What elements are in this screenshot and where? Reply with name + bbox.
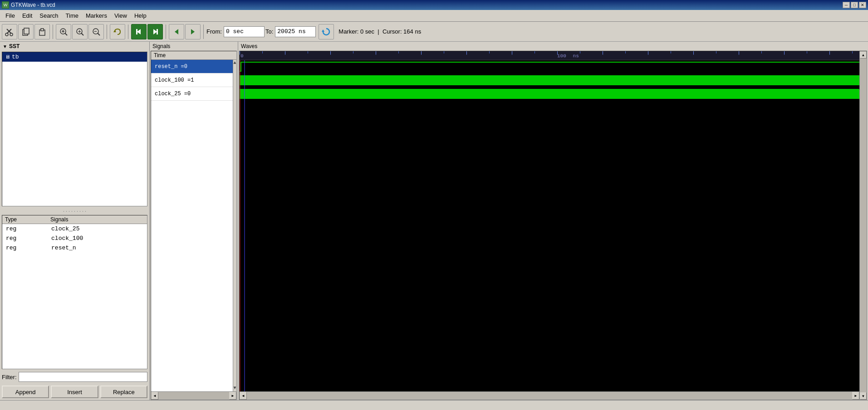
sst-item-icon: 🖥 xyxy=(5,54,10,60)
col-signals: Signals xyxy=(48,215,147,224)
goto-start-button[interactable] xyxy=(131,24,147,39)
sst-divider: ......... xyxy=(0,207,149,214)
waves-hscroll-right[interactable]: ▶ xyxy=(852,392,859,400)
minimize-button[interactable]: ─ xyxy=(843,2,850,8)
to-field-group: To: xyxy=(265,26,316,37)
svg-marker-21 xyxy=(153,29,157,34)
svg-line-9 xyxy=(65,33,67,35)
svg-rect-22 xyxy=(157,29,158,34)
menu-markers[interactable]: Markers xyxy=(82,11,111,20)
svg-marker-24 xyxy=(191,29,195,34)
append-button[interactable]: Append xyxy=(2,386,49,398)
from-field-group: From: xyxy=(206,26,265,37)
signal-row[interactable]: clock_25 =0 xyxy=(151,87,233,101)
marker-cursor-info: Marker: 0 sec | Cursor: 164 ns xyxy=(338,28,421,35)
to-label: To: xyxy=(265,28,273,35)
from-label: From: xyxy=(206,28,222,35)
to-input[interactable] xyxy=(275,26,316,37)
info-separator: | xyxy=(376,28,383,35)
waves-hscroll-left[interactable]: ◀ xyxy=(240,392,247,400)
separator-4 xyxy=(166,24,166,39)
svg-rect-5 xyxy=(24,28,29,34)
from-input[interactable] xyxy=(224,26,265,37)
replace-button[interactable]: Replace xyxy=(100,386,147,398)
sst-tree[interactable]: 🖥 tb xyxy=(2,52,147,206)
svg-marker-25 xyxy=(322,29,324,32)
forward-button[interactable] xyxy=(185,24,201,39)
svg-text:−: − xyxy=(94,29,97,34)
waves-vscroll-down[interactable]: ▼ xyxy=(860,392,867,400)
signal-table-row[interactable]: regreset_n xyxy=(2,243,147,253)
status-bar xyxy=(0,400,868,410)
waves-hscroll[interactable]: ◀ ▶ xyxy=(240,391,859,400)
paste-button[interactable] xyxy=(34,24,50,39)
svg-line-16 xyxy=(98,33,100,35)
hscroll-left[interactable]: ◀ xyxy=(151,392,158,400)
scroll-up-arrow[interactable]: ▲ xyxy=(233,60,236,66)
svg-line-13 xyxy=(81,33,83,35)
zoom-out-button[interactable]: − xyxy=(88,24,104,39)
waves-vscroll-up[interactable]: ▲ xyxy=(860,51,867,59)
filter-input[interactable] xyxy=(19,372,148,382)
signal-table-row[interactable]: regclock_25 xyxy=(2,224,147,234)
waves-canvas-main xyxy=(240,60,859,391)
signal-row[interactable]: reset_n =0 xyxy=(151,60,233,73)
waves-vscroll[interactable]: ▲ ▼ xyxy=(859,51,867,400)
action-buttons: Append Insert Replace xyxy=(0,384,149,400)
sst-tree-item[interactable]: 🖥 tb xyxy=(2,52,147,62)
hscroll-right[interactable]: ▶ xyxy=(229,392,236,400)
col-type: Type xyxy=(2,215,48,224)
separator-5 xyxy=(203,24,204,39)
zoom-in-button[interactable]: + xyxy=(72,24,88,39)
signal-type: reg xyxy=(2,224,48,234)
menu-search[interactable]: Search xyxy=(36,11,62,20)
menu-bar: File Edit Search Time Markers View Help xyxy=(0,10,868,22)
app-icon: W xyxy=(2,1,9,9)
sst-panel: ▼ SST 🖥 tb ......... Type Signals regclo… xyxy=(0,42,150,400)
waves-hscroll-track xyxy=(247,392,852,400)
scroll-down-arrow[interactable]: ▼ xyxy=(233,385,236,391)
waves-area xyxy=(240,60,859,391)
window-controls[interactable]: ─ □ ✕ xyxy=(843,2,866,8)
svg-marker-19 xyxy=(137,29,141,34)
cursor-info: Cursor: 164 ns xyxy=(383,28,421,35)
zoom-fit-button[interactable] xyxy=(56,24,71,39)
close-button[interactable]: ✕ xyxy=(859,2,866,8)
reload-button[interactable] xyxy=(319,24,334,39)
signal-name: clock_25 xyxy=(48,224,147,234)
time-header: Time xyxy=(151,51,236,60)
menu-view[interactable]: View xyxy=(111,11,131,20)
signal-rows: reset_n =0clock_100 =1clock_25 =0 xyxy=(151,60,233,391)
window-title: GTKWave - tb.vcd xyxy=(11,2,843,8)
menu-file[interactable]: File xyxy=(2,11,19,20)
signals-vscroll[interactable]: ▲ ▼ xyxy=(233,60,236,391)
signals-hscroll[interactable]: ◀ ▶ xyxy=(151,391,236,400)
sst-title: SST xyxy=(9,43,20,49)
svg-marker-23 xyxy=(175,29,178,34)
waves-canvas[interactable]: ◀ ▶ xyxy=(240,51,859,400)
signal-table-row[interactable]: regclock_100 xyxy=(2,234,147,243)
signal-row[interactable]: clock_100 =1 xyxy=(151,73,233,87)
goto-end-button[interactable] xyxy=(147,24,163,39)
insert-button[interactable]: Insert xyxy=(51,386,98,398)
signals-panel: Signals Time reset_n =0clock_100 =1clock… xyxy=(150,42,238,400)
svg-marker-18 xyxy=(113,30,116,32)
waves-panel-header: Waves xyxy=(238,42,868,51)
menu-time[interactable]: Time xyxy=(62,11,82,20)
sst-arrow: ▼ xyxy=(3,44,7,49)
signals-tbody: regclock_25regclock_100regreset_n xyxy=(2,224,147,253)
maximize-button[interactable]: □ xyxy=(851,2,858,8)
signal-type: reg xyxy=(2,234,48,243)
signals-table: Type Signals regclock_25regclock_100regr… xyxy=(2,215,147,253)
signal-name: clock_100 xyxy=(48,234,147,243)
undo-button[interactable] xyxy=(110,24,125,39)
menu-edit[interactable]: Edit xyxy=(19,11,36,20)
svg-rect-20 xyxy=(136,29,137,34)
menu-help[interactable]: Help xyxy=(131,11,150,20)
back-button[interactable] xyxy=(169,24,184,39)
signals-list-panel: Type Signals regclock_25regclock_100regr… xyxy=(2,215,147,370)
filter-label: Filter: xyxy=(2,374,17,381)
cut-button[interactable] xyxy=(2,24,17,39)
copy-button[interactable] xyxy=(18,24,34,39)
signal-name: reset_n xyxy=(48,243,147,253)
